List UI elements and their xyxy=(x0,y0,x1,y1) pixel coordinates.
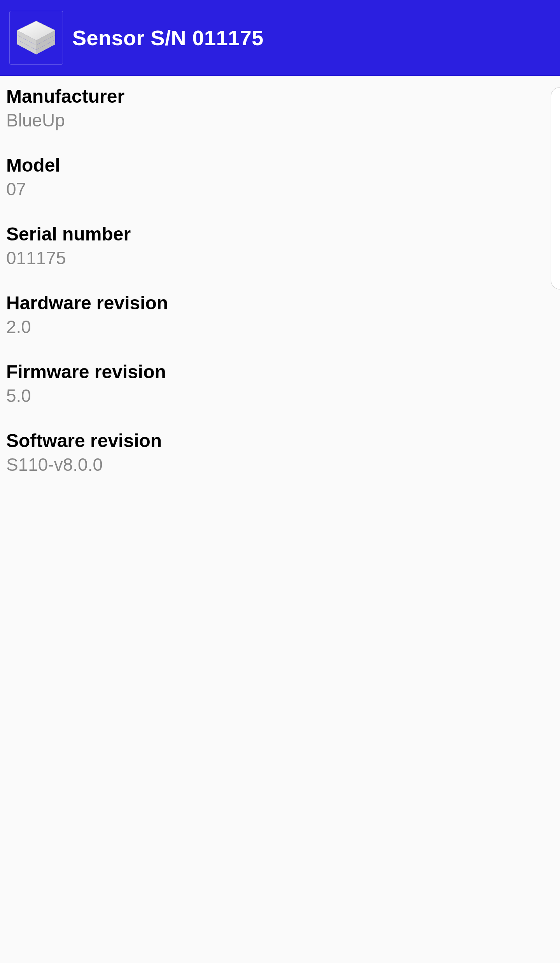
value-serial-number: 011175 xyxy=(6,247,554,270)
list-item[interactable]: Hardware revision 2.0 xyxy=(6,292,554,338)
list-item[interactable]: Firmware revision 5.0 xyxy=(6,361,554,407)
label-hardware-revision: Hardware revision xyxy=(6,292,554,314)
value-model: 07 xyxy=(6,178,554,201)
label-manufacturer: Manufacturer xyxy=(6,85,554,108)
scrollbar-thumb[interactable] xyxy=(551,87,560,289)
list-item[interactable]: Software revision S110-v8.0.0 xyxy=(6,430,554,476)
value-software-revision: S110-v8.0.0 xyxy=(6,454,554,476)
label-firmware-revision: Firmware revision xyxy=(6,361,554,383)
list-item[interactable]: Serial number 011175 xyxy=(6,223,554,269)
list-item[interactable]: Model 07 xyxy=(6,154,554,200)
sensor-box-icon xyxy=(15,20,58,55)
app-bar: Sensor S/N 011175 xyxy=(0,0,560,76)
label-software-revision: Software revision xyxy=(6,430,554,452)
value-manufacturer: BlueUp xyxy=(6,109,554,132)
content: Manufacturer BlueUp Model 07 Serial numb… xyxy=(0,76,560,476)
label-serial-number: Serial number xyxy=(6,223,554,246)
device-icon xyxy=(9,11,63,65)
page-title: Sensor S/N 011175 xyxy=(72,26,264,50)
value-hardware-revision: 2.0 xyxy=(6,316,554,339)
label-model: Model xyxy=(6,154,554,177)
value-firmware-revision: 5.0 xyxy=(6,385,554,407)
list-item[interactable]: Manufacturer BlueUp xyxy=(6,85,554,132)
